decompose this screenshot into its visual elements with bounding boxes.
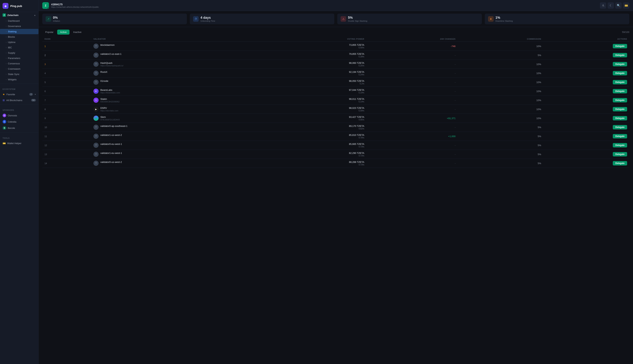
sidebar-item-governance[interactable]: › Governance: [0, 24, 39, 29]
rank-number: 12: [45, 144, 47, 147]
sidebar-divider-2: [0, 104, 39, 105]
actions-cell: Delegate: [543, 42, 629, 51]
vp-amount: 79,855 TZETA: [270, 52, 364, 55]
rank-number: 10: [45, 126, 47, 129]
delegate-button[interactable]: Delegate: [613, 80, 627, 84]
stat-unbonding: ⏱ 4 days Unbonding Time: [190, 14, 334, 24]
rank-number: 11: [45, 135, 47, 138]
inflation-icon: ↗: [46, 16, 51, 22]
search-button[interactable]: 🔍: [615, 2, 621, 9]
topbar: Z #2894175 https://zetachain-athens.bloc…: [39, 0, 633, 11]
validator-avatar: ?: [94, 161, 99, 166]
sidebar-item-state-sync[interactable]: › State Sync: [0, 72, 39, 77]
delegate-button[interactable]: Delegate: [613, 53, 627, 57]
validator-sub: 979C856FD116DA43: [100, 118, 120, 121]
sidebar-item-osmosis[interactable]: O Osmosis: [0, 112, 39, 118]
translate-button[interactable]: 𝔸: [600, 2, 606, 9]
change-value: -746: [451, 45, 455, 48]
change-value: -: [455, 162, 455, 165]
rank-cell: 3: [42, 60, 91, 69]
change-cell: -: [367, 150, 458, 159]
sidebar-item-parameters[interactable]: › Parameters: [0, 56, 39, 61]
delegate-button[interactable]: Delegate: [613, 107, 627, 112]
validator-avatar: ?: [94, 80, 99, 85]
commission-cell: 10%: [458, 105, 543, 114]
rank-number: 1: [45, 45, 46, 48]
sidebar-item-uptime[interactable]: › Uptime: [0, 40, 39, 45]
delegate-button[interactable]: Delegate: [613, 143, 627, 148]
nav-arrow-icon: ›: [6, 57, 7, 59]
rank-cell: 7: [42, 96, 91, 105]
tab-popular[interactable]: Popular: [42, 30, 57, 34]
nav-arrow-icon: ›: [6, 20, 7, 22]
sidebar-item-all-blockchains[interactable]: ⊞ All Blockchains 50: [0, 97, 39, 103]
downtime-icon: ⏸: [488, 16, 494, 22]
sidebar-item-supply[interactable]: › Supply: [0, 50, 39, 56]
validator-name: HashQuark: [100, 62, 123, 64]
sidebar-item-cosmwasm[interactable]: › Cosmwasm: [0, 66, 39, 72]
table-row: 11 ? validator1-us-west-2 - 85,810 TZETA…: [42, 132, 629, 141]
commission-cell: 10%: [458, 114, 543, 123]
change-value: -: [455, 72, 455, 75]
delegate-button[interactable]: Delegate: [613, 134, 627, 138]
delegate-button[interactable]: Delegate: [613, 62, 627, 66]
delegate-button[interactable]: Delegate: [613, 98, 627, 102]
dark-mode-button[interactable]: ☾: [608, 2, 614, 9]
inflation-value: 0%: [53, 16, 60, 20]
vp-amount: 98,023 TZETA: [270, 107, 364, 110]
sidebar-item-becole[interactable]: B Becole: [0, 125, 39, 131]
rank-cell: 1: [42, 42, 91, 51]
change-value: +91,371: [447, 117, 455, 120]
rank-number: 13: [45, 153, 47, 156]
table-row: 7 S Stakin 83D300CB42D06962 98,011 TZETA…: [42, 96, 629, 105]
commission-cell: 10%: [458, 42, 543, 51]
delegate-button[interactable]: Delegate: [613, 71, 627, 75]
delegate-button[interactable]: Delegate: [613, 161, 627, 166]
delegate-button[interactable]: Delegate: [613, 116, 627, 120]
vp-amount: 89,170 TZETA: [270, 125, 364, 128]
vp-amount: 92,194 TZETA: [270, 70, 364, 73]
sidebar-item-celestia[interactable]: C Celestia: [0, 118, 39, 125]
chain-selector[interactable]: Z Zetachain ▲: [0, 12, 39, 18]
validator-table: RANK VALIDATOR VOTING POWER 24H CHANGES …: [42, 36, 629, 168]
voting-power-cell: 88,288 TZETA 4.73%: [268, 159, 367, 168]
sidebar-item-dashboard[interactable]: › Dashboard: [0, 18, 39, 24]
sidebar-item-ibc[interactable]: › IBC: [0, 45, 39, 50]
commission-cell: 5%: [458, 150, 543, 159]
vp-pct: 4.73%: [270, 154, 364, 157]
change-cell: +1,000: [367, 132, 458, 141]
nav-arrow-icon: ›: [6, 25, 7, 27]
delegate-button[interactable]: Delegate: [613, 152, 627, 156]
vp-pct: 5.14%: [270, 100, 364, 103]
topbar-icons: 𝔸 ☾ 🔍 💳: [600, 2, 629, 9]
rank-number: 4: [45, 72, 46, 75]
actions-cell: Delegate: [543, 105, 629, 114]
wallet-button[interactable]: 💳: [623, 2, 629, 9]
downtime-label: Downtime Slashing: [495, 20, 513, 22]
app-logo: ◆ Ping.pub: [0, 0, 39, 12]
sidebar-item-blocks[interactable]: › Blocks: [0, 34, 39, 40]
delegate-button[interactable]: Delegate: [613, 44, 627, 48]
validator-avatar: ?: [94, 52, 99, 58]
validator-avatar: ?: [94, 143, 99, 148]
tab-inactive[interactable]: Inactive: [70, 30, 85, 34]
sidebar-item-wallet-helper[interactable]: 💳 Wallet Helper: [0, 140, 39, 146]
delegate-button[interactable]: Delegate: [613, 125, 627, 130]
validator-name: Slem: [100, 116, 120, 118]
validator-cell: S Stakin 83D300CB42D06962: [91, 96, 268, 105]
sidebar-item-favorite[interactable]: ★ Favorite 2 ▾: [0, 91, 39, 97]
rank-number: 14: [45, 162, 47, 165]
commission-cell: 10%: [458, 60, 543, 69]
sidebar-item-staking[interactable]: › Staking: [0, 29, 39, 34]
sidebar-item-widgets[interactable]: › Widgets: [0, 77, 39, 82]
vp-pct: 4.78%: [270, 136, 364, 139]
sidebar-item-consensus[interactable]: › Consensus: [0, 61, 39, 66]
tab-active[interactable]: Active: [57, 30, 70, 34]
delegate-button[interactable]: Delegate: [613, 89, 627, 94]
validator-avatar: ?: [94, 70, 99, 76]
rank-number: 3: [45, 63, 46, 66]
favorite-badge: 2: [29, 93, 33, 96]
vp-amount: 98,060 TZETA: [270, 62, 364, 64]
stat-downtime: ⏸ 1% Downtime Slashing: [485, 14, 629, 24]
nav-arrow-icon: ›: [6, 52, 7, 54]
